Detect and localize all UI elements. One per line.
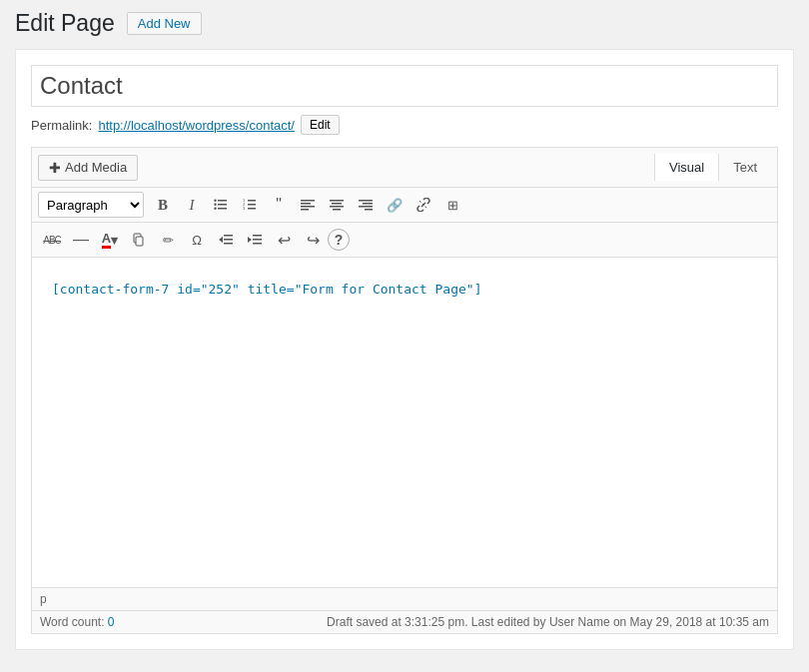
svg-rect-2 bbox=[218, 208, 227, 210]
svg-rect-17 bbox=[332, 203, 342, 205]
word-count-label: Word count: bbox=[40, 615, 104, 629]
svg-rect-16 bbox=[330, 200, 344, 202]
add-new-button[interactable]: Add New bbox=[127, 12, 202, 35]
svg-point-5 bbox=[214, 208, 216, 210]
editor-content-area[interactable]: [contact-form-7 id="252" title="Form for… bbox=[32, 258, 777, 587]
editor-tabs: Visual Text bbox=[654, 154, 771, 181]
editor-path-text: p bbox=[40, 592, 47, 606]
svg-point-4 bbox=[214, 204, 216, 206]
svg-rect-22 bbox=[359, 206, 373, 208]
svg-text:3: 3 bbox=[243, 206, 246, 211]
editor-container: ✚ Add Media Visual Text Paragraph Headin… bbox=[31, 147, 778, 634]
svg-rect-30 bbox=[224, 243, 233, 245]
svg-rect-29 bbox=[224, 239, 233, 241]
svg-marker-27 bbox=[219, 237, 223, 243]
align-center-button[interactable] bbox=[323, 192, 351, 218]
link-button[interactable]: 🔗 bbox=[381, 192, 408, 218]
svg-rect-33 bbox=[253, 239, 262, 241]
align-left-button[interactable] bbox=[294, 192, 322, 218]
svg-rect-18 bbox=[330, 206, 344, 208]
align-right-button[interactable] bbox=[352, 192, 380, 218]
add-media-label: Add Media bbox=[65, 160, 127, 175]
clear-format-button[interactable]: ✏ bbox=[154, 227, 182, 253]
format-select[interactable]: Paragraph Heading 1 Heading 2 Heading 3 … bbox=[38, 192, 144, 218]
italic-button[interactable]: I bbox=[178, 192, 206, 218]
bold-button[interactable]: B bbox=[149, 192, 177, 218]
editor-footer: Word count: 0 Draft saved at 3:31:25 pm.… bbox=[32, 610, 777, 633]
hr-button[interactable]: — bbox=[67, 227, 95, 253]
svg-marker-31 bbox=[248, 237, 252, 243]
svg-rect-21 bbox=[363, 203, 373, 205]
svg-rect-28 bbox=[224, 235, 233, 237]
permalink-row: Permalink: http://localhost/wordpress/co… bbox=[31, 115, 778, 135]
toolbar-row-2: ABC — A▾ ✏ Ω ↩ ↪ ? bbox=[32, 223, 777, 258]
toolbar-row-1: Paragraph Heading 1 Heading 2 Heading 3 … bbox=[32, 188, 777, 223]
indent-button[interactable] bbox=[241, 227, 269, 253]
special-char-button[interactable]: Ω bbox=[183, 227, 211, 253]
draft-status: Draft saved at 3:31:25 pm. Last edited b… bbox=[327, 615, 769, 629]
svg-rect-1 bbox=[218, 204, 227, 206]
permalink-link[interactable]: http://localhost/wordpress/contact/ bbox=[98, 118, 295, 133]
strikethrough-button[interactable]: ABC bbox=[38, 227, 66, 253]
svg-rect-13 bbox=[301, 203, 311, 205]
outdent-button[interactable] bbox=[212, 227, 240, 253]
svg-rect-6 bbox=[248, 200, 256, 202]
svg-rect-14 bbox=[301, 206, 315, 208]
word-count-value: 0 bbox=[108, 615, 115, 629]
svg-rect-20 bbox=[359, 200, 373, 202]
svg-rect-8 bbox=[248, 208, 256, 210]
text-color-button[interactable]: A▾ bbox=[96, 227, 124, 253]
fullscreen-button[interactable]: ⊞ bbox=[438, 192, 466, 218]
content-area: Permalink: http://localhost/wordpress/co… bbox=[15, 49, 794, 650]
shortcode-content: [contact-form-7 id="252" title="Form for… bbox=[52, 282, 481, 297]
page-header: Edit Page Add New bbox=[15, 10, 794, 37]
svg-rect-7 bbox=[248, 204, 256, 206]
add-media-button[interactable]: ✚ Add Media bbox=[38, 155, 138, 181]
unordered-list-button[interactable] bbox=[207, 192, 235, 218]
page-title: Edit Page bbox=[15, 10, 115, 37]
svg-rect-34 bbox=[253, 243, 262, 245]
svg-rect-32 bbox=[253, 235, 262, 237]
permalink-label: Permalink: bbox=[31, 118, 92, 133]
svg-line-24 bbox=[419, 201, 427, 209]
paste-word-button[interactable] bbox=[125, 227, 153, 253]
svg-rect-0 bbox=[218, 200, 227, 202]
permalink-edit-button[interactable]: Edit bbox=[301, 115, 340, 135]
add-media-icon: ✚ bbox=[49, 160, 61, 176]
post-title-input[interactable] bbox=[31, 65, 778, 107]
undo-button[interactable]: ↩ bbox=[270, 227, 298, 253]
svg-rect-15 bbox=[301, 209, 309, 211]
svg-rect-23 bbox=[365, 209, 373, 211]
editor-path-bar: p bbox=[32, 587, 777, 610]
redo-button[interactable]: ↪ bbox=[299, 227, 327, 253]
help-button[interactable]: ? bbox=[328, 229, 350, 251]
tab-visual[interactable]: Visual bbox=[654, 154, 719, 181]
svg-rect-12 bbox=[301, 200, 315, 202]
word-count-area: Word count: 0 bbox=[40, 615, 115, 629]
blockquote-button[interactable]: " bbox=[265, 192, 293, 218]
tab-text[interactable]: Text bbox=[719, 154, 771, 181]
ordered-list-button[interactable]: 123 bbox=[236, 192, 264, 218]
svg-rect-19 bbox=[333, 209, 341, 211]
unlink-button[interactable] bbox=[409, 192, 437, 218]
svg-rect-26 bbox=[136, 237, 143, 246]
svg-point-3 bbox=[214, 200, 216, 202]
